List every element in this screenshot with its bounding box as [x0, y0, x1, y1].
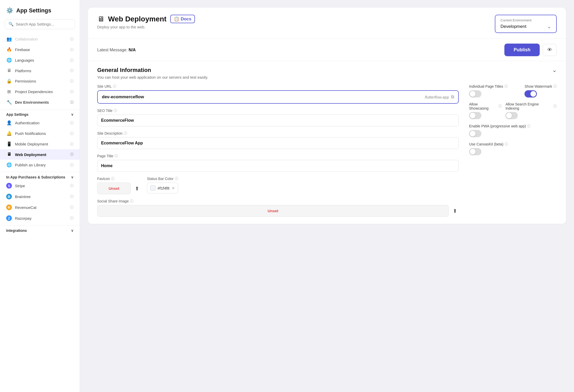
- sidebar-item-platforms[interactable]: 🖥 Platforms ⓘ: [0, 66, 80, 76]
- sidebar-item-languages[interactable]: 🌐 Languages ⓘ: [0, 55, 80, 66]
- info-icon[interactable]: ⓘ: [130, 199, 133, 203]
- web-deployment-page-icon: 🖥: [97, 15, 104, 23]
- allow-search-engine-toggle[interactable]: [505, 112, 518, 119]
- info-icon: ⓘ: [70, 183, 73, 188]
- platforms-icon: 🖥: [6, 68, 12, 73]
- social-share-unset-button[interactable]: Unset: [97, 205, 449, 217]
- site-description-label: Site Description ⓘ: [97, 131, 459, 136]
- use-canvaskit-toggle[interactable]: [469, 148, 481, 155]
- sidebar-item-label: Publish as Library: [15, 163, 46, 167]
- section-label-text: In App Purchases & Subscriptions: [6, 175, 65, 179]
- info-icon[interactable]: ⓘ: [175, 176, 178, 181]
- sidebar-item-firebase[interactable]: 🔥 Firebase ⓘ: [0, 44, 80, 55]
- sidebar-item-label: Web Deployment: [15, 152, 46, 157]
- sidebar-item-web-deployment[interactable]: 🖥 Web Deployment ⓘ: [0, 149, 80, 160]
- show-watermark-toggle[interactable]: [524, 90, 537, 97]
- site-description-input[interactable]: [97, 137, 459, 149]
- sidebar-item-authentication[interactable]: 👤 Authentication ⓘ: [0, 118, 80, 128]
- site-description-field: Site Description ⓘ: [97, 131, 459, 149]
- sidebar-header: ⚙️ App Settings: [0, 0, 80, 19]
- sidebar-item-publish-as-library[interactable]: 🌐 Publish as Library ⓘ: [0, 160, 80, 170]
- publish-bar: Latest Message: N/A Publish 👁: [88, 39, 566, 61]
- info-icon: ⓘ: [70, 121, 73, 125]
- docs-icon: 📋: [174, 16, 179, 22]
- site-url-box[interactable]: dev-ecommerceflow .flutterflow.app ⧉: [97, 90, 459, 104]
- allow-search-engine-label: Allow Search Engine Indexing ⓘ: [505, 102, 557, 110]
- favicon-unset-button[interactable]: Unset: [97, 183, 131, 194]
- use-canvaskit-label: Use CanvasKit (beta) ⓘ: [469, 142, 557, 146]
- info-icon[interactable]: ⓘ: [505, 142, 508, 146]
- individual-page-titles-field: Individual Page Titles ⓘ: [469, 84, 508, 97]
- allow-showcasing-toggle[interactable]: [469, 112, 481, 119]
- info-icon[interactable]: ⓘ: [124, 131, 127, 136]
- sidebar-item-push-notifications[interactable]: 🔔 Push Notifications ⓘ: [0, 128, 80, 139]
- sidebar-item-stripe[interactable]: S Stripe ⓘ: [0, 180, 80, 191]
- toggle-thumb: [470, 113, 475, 118]
- individual-page-titles-label: Individual Page Titles ⓘ: [469, 84, 508, 89]
- favicon-row: Unset ⬆: [97, 183, 141, 194]
- sidebar-item-collaboration[interactable]: 👥 Collaboration ⓘ: [0, 34, 80, 44]
- copy-icon[interactable]: ⧉: [451, 94, 454, 100]
- enable-pwa-toggle[interactable]: [469, 130, 481, 137]
- show-watermark-label: Show Watermark ⓘ: [524, 84, 557, 89]
- in-app-section[interactable]: In App Purchases & Subscriptions ∨: [0, 174, 80, 180]
- social-share-upload-button[interactable]: ⬆: [451, 206, 459, 216]
- sidebar-item-label: Stripe: [15, 184, 25, 188]
- info-icon: ⓘ: [70, 68, 73, 73]
- sidebar-item-label: Braintree: [15, 194, 31, 199]
- info-icon: ⓘ: [70, 163, 73, 167]
- sidebar-item-label: Permissions: [15, 79, 36, 83]
- info-icon[interactable]: ⓘ: [504, 84, 508, 89]
- info-icon[interactable]: ⓘ: [114, 154, 118, 158]
- search-box[interactable]: 🔍: [5, 19, 75, 29]
- sidebar-item-label: Razorpay: [15, 216, 31, 221]
- status-bar-label: Status Bar Color ⓘ: [147, 176, 178, 181]
- docs-link[interactable]: 📋 Docs: [170, 15, 195, 23]
- individual-page-titles-toggle[interactable]: [469, 90, 481, 97]
- sidebar-item-permissions[interactable]: 🔒 Permissions ⓘ: [0, 76, 80, 86]
- preview-button[interactable]: 👁: [543, 44, 557, 56]
- info-icon[interactable]: ⓘ: [498, 104, 502, 109]
- firebase-icon: 🔥: [6, 47, 12, 52]
- general-info-header: General Information ⌄: [88, 61, 566, 75]
- publish-library-icon: 🌐: [6, 162, 12, 168]
- toggle-thumb: [470, 91, 475, 97]
- color-swatch: [150, 185, 155, 191]
- sidebar-item-mobile-deployment[interactable]: 📱 Mobile Deployment ⓘ: [0, 139, 80, 149]
- favicon-row-container: Favicon ⓘ Unset ⬆ Status Bar Color: [97, 176, 459, 194]
- sidebar-item-revenuecat[interactable]: R RevenueCat ⓘ: [0, 202, 80, 213]
- sidebar-item-label: Mobile Deployment: [15, 142, 48, 146]
- authentication-icon: 👤: [6, 120, 12, 126]
- info-icon: ⓘ: [70, 89, 73, 94]
- permissions-icon: 🔒: [6, 78, 12, 84]
- toggle-row-2: Allow Showcasing ⓘ Allow Search Engine I…: [469, 102, 557, 119]
- sidebar-item-braintree[interactable]: B Braintree ⓘ: [0, 191, 80, 202]
- sidebar-item-project-deps[interactable]: ⊞ Project Dependencies ⓘ: [0, 86, 80, 97]
- info-icon[interactable]: ⓘ: [111, 176, 114, 181]
- sidebar: ⚙️ App Settings 🔍 👥 Collaboration ⓘ 🔥 Fi…: [0, 0, 80, 392]
- sidebar-item-razorpay[interactable]: Z Razorpay ⓘ: [0, 213, 80, 224]
- favicon-upload-button[interactable]: ⬆: [133, 184, 141, 193]
- stripe-icon: S: [6, 183, 12, 189]
- integrations-section[interactable]: Integrations ∨: [0, 227, 80, 234]
- info-icon[interactable]: ⓘ: [553, 84, 557, 89]
- sidebar-item-dev-environments[interactable]: 🔧 Dev Environments ⓘ: [0, 97, 80, 108]
- seo-title-input[interactable]: [97, 115, 459, 126]
- clear-color-button[interactable]: ✕: [171, 186, 175, 191]
- search-input[interactable]: [16, 22, 71, 26]
- publish-button[interactable]: Publish: [504, 44, 540, 56]
- info-icon[interactable]: ⓘ: [527, 124, 530, 128]
- search-icon: 🔍: [9, 22, 14, 27]
- app-settings-section[interactable]: App Settings ∨: [0, 111, 80, 118]
- info-icon[interactable]: ⓘ: [114, 108, 117, 113]
- info-icon: ⓘ: [70, 58, 73, 63]
- info-icon[interactable]: ⓘ: [113, 84, 116, 89]
- section-collapse-icon[interactable]: ⌄: [552, 67, 557, 74]
- main-content: 🖥 Web Deployment 📋 Docs Deploy your app …: [80, 0, 574, 392]
- env-select[interactable]: Development ⌄: [501, 24, 551, 29]
- favicon-label: Favicon ⓘ: [97, 176, 141, 181]
- status-bar-row[interactable]: #f1f4f8 ✕: [147, 183, 178, 193]
- environment-box[interactable]: Current Environment Development ⌄: [495, 15, 557, 33]
- info-icon[interactable]: ⓘ: [553, 104, 557, 109]
- page-title-input[interactable]: [97, 160, 459, 172]
